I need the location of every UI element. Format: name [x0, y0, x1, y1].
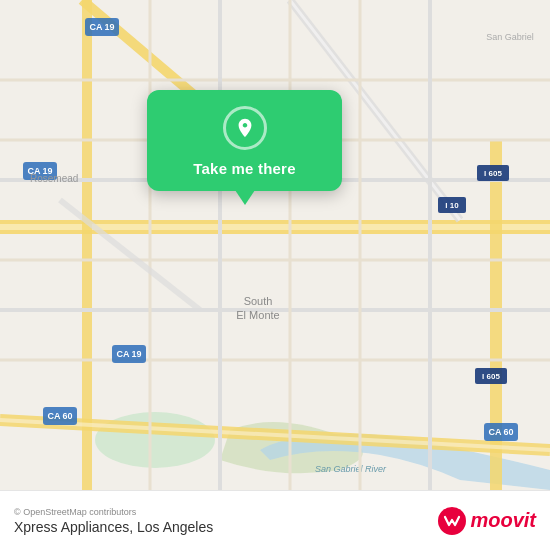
bottom-bar: © OpenStreetMap contributors Xpress Appl… — [0, 490, 550, 550]
svg-text:CA 60: CA 60 — [47, 411, 72, 421]
map-container: San Gabriel River — [0, 0, 550, 490]
location-pin-icon — [234, 117, 256, 139]
svg-text:I 10: I 10 — [445, 201, 459, 210]
svg-text:San Gabriel River: San Gabriel River — [315, 464, 387, 474]
popup-card: Take me there — [147, 90, 342, 191]
moovit-logo: moovit — [438, 507, 536, 535]
svg-text:CA 60: CA 60 — [488, 427, 513, 437]
svg-rect-5 — [82, 0, 92, 490]
svg-text:CA 19: CA 19 — [89, 22, 114, 32]
svg-text:South: South — [244, 295, 273, 307]
svg-text:I 605: I 605 — [484, 169, 502, 178]
take-me-there-button[interactable]: Take me there — [193, 160, 295, 177]
svg-text:San Gabriel: San Gabriel — [486, 32, 534, 42]
location-name: Xpress Appliances, Los Angeles — [14, 519, 213, 535]
pin-icon — [223, 106, 267, 150]
attribution-text: © OpenStreetMap contributors — [14, 507, 213, 517]
moovit-logo-text: moovit — [470, 509, 536, 532]
moovit-brand-icon — [438, 507, 466, 535]
svg-text:El Monte: El Monte — [236, 309, 279, 321]
svg-text:Rosemead: Rosemead — [30, 173, 78, 184]
svg-text:CA 19: CA 19 — [116, 349, 141, 359]
bottom-info: © OpenStreetMap contributors Xpress Appl… — [14, 507, 213, 535]
svg-text:I 605: I 605 — [482, 372, 500, 381]
